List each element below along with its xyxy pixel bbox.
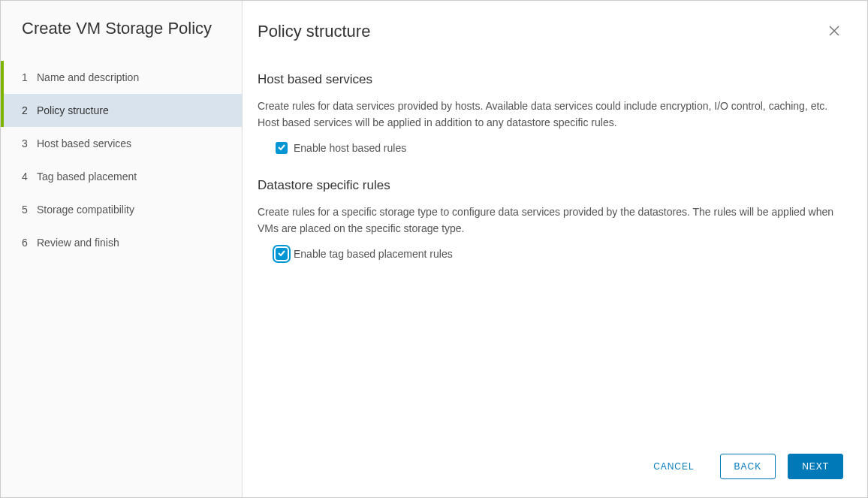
step-number: 5 [22,204,37,216]
wizard-footer: CANCEL BACK NEXT [258,442,843,479]
checkbox-label: Enable host based rules [294,142,406,154]
enable-host-based-rules-checkbox[interactable] [276,142,288,154]
cancel-button[interactable]: CANCEL [640,454,707,478]
close-button[interactable] [825,22,843,42]
host-based-services-section: Host based services Create rules for dat… [258,72,843,154]
checkmark-icon [277,248,286,260]
step-number: 6 [22,237,37,249]
step-tag-based-placement[interactable]: 4Tag based placement [1,160,242,193]
step-number: 2 [22,104,37,116]
close-icon [828,28,840,39]
step-number: 1 [22,71,37,83]
enable-tag-based-placement-checkbox[interactable] [276,248,288,260]
step-number: 4 [22,171,37,183]
step-label: Host based services [37,137,131,149]
enable-host-based-rules-row: Enable host based rules [258,142,843,154]
wizard-steps: 1Name and description 2Policy structure … [1,61,242,259]
content-area: Host based services Create rules for dat… [258,72,843,442]
step-label: Review and finish [37,237,119,249]
create-vm-storage-policy-dialog: Create VM Storage Policy 1Name and descr… [0,0,868,498]
section-title: Host based services [258,72,843,87]
step-review-and-finish[interactable]: 6Review and finish [1,226,242,259]
step-label: Policy structure [37,104,109,116]
wizard-main: Policy structure Host based services Cre… [243,1,867,497]
section-description: Create rules for a specific storage type… [258,204,843,237]
step-number: 3 [22,137,37,149]
step-policy-structure[interactable]: 2Policy structure [1,94,242,127]
checkbox-label: Enable tag based placement rules [294,248,453,260]
step-storage-compatibility[interactable]: 5Storage compatibility [1,193,242,226]
main-header: Policy structure [258,22,843,72]
step-label: Name and description [37,71,139,83]
page-title: Policy structure [258,22,370,41]
step-label: Storage compatibility [37,204,134,216]
wizard-sidebar: Create VM Storage Policy 1Name and descr… [1,1,243,497]
datastore-specific-rules-section: Datastore specific rules Create rules fo… [258,178,843,260]
wizard-title: Create VM Storage Policy [1,19,242,61]
step-host-based-services[interactable]: 3Host based services [1,127,242,160]
next-button[interactable]: NEXT [788,454,843,479]
section-title: Datastore specific rules [258,178,843,193]
checkmark-icon [277,142,286,154]
back-button[interactable]: BACK [720,454,776,479]
step-name-and-description[interactable]: 1Name and description [1,61,242,94]
enable-tag-based-placement-row: Enable tag based placement rules [258,248,843,260]
step-label: Tag based placement [37,171,137,183]
section-description: Create rules for data services provided … [258,98,843,131]
